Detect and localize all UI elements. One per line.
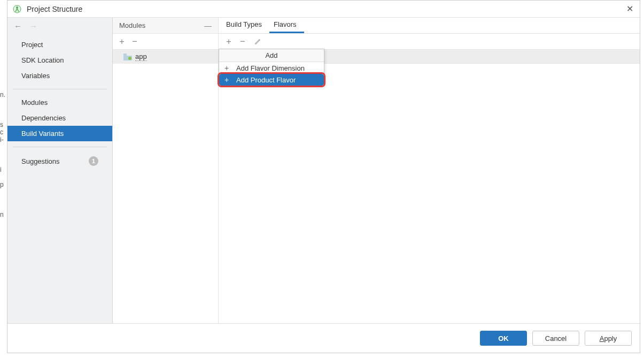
- module-item-app[interactable]: app: [113, 50, 218, 64]
- sidebar-divider: [13, 147, 107, 147]
- sidebar-item-label: Suggestions: [21, 157, 60, 165]
- suggestions-badge: 1: [89, 156, 98, 166]
- add-module-icon[interactable]: +: [119, 37, 125, 46]
- popup-item-label: Add Flavor Dimension: [236, 64, 305, 72]
- popup-title: Add: [219, 49, 324, 62]
- sidebar-item-suggestions[interactable]: Suggestions 1: [7, 153, 112, 170]
- module-label: app: [135, 52, 147, 61]
- edge-char: [0, 196, 6, 211]
- sidebar-divider: [13, 89, 107, 89]
- nav-back-icon[interactable]: ←: [14, 21, 22, 31]
- edge-char: n: [0, 211, 6, 226]
- modules-pane: Modules — + − app: [113, 18, 219, 323]
- svg-point-2: [128, 57, 131, 60]
- sidebar-item-build-variants[interactable]: Build Variants: [7, 126, 112, 141]
- titlebar: Project Structure ✕: [7, 1, 640, 18]
- add-popup: Add + Add Flavor Dimension + Add Product…: [219, 49, 324, 86]
- cancel-button[interactable]: Cancel: [532, 331, 579, 346]
- remove-flavor-icon[interactable]: −: [240, 37, 245, 46]
- sidebar-item-label: SDK Location: [21, 56, 64, 64]
- popup-item-add-flavor-dimension[interactable]: + Add Flavor Dimension: [219, 62, 324, 74]
- tab-label: Build Types: [226, 20, 262, 28]
- sidebar-item-sdk-location[interactable]: SDK Location: [7, 52, 112, 68]
- sidebar-item-variables[interactable]: Variables: [7, 68, 112, 83]
- popup-item-label: Add Product Flavor: [236, 76, 296, 84]
- modules-toolbar: + −: [113, 34, 218, 50]
- tab-build-types[interactable]: Build Types: [222, 18, 269, 33]
- modules-pane-header: Modules —: [113, 18, 218, 34]
- dialog-body: ← → Project SDK Location Variables Modul…: [7, 18, 640, 323]
- modules-title: Modules: [119, 21, 145, 29]
- tab-flavors[interactable]: Flavors: [269, 18, 304, 33]
- nav-forward-icon[interactable]: →: [29, 21, 37, 31]
- popup-item-add-product-flavor[interactable]: + Add Product Flavor: [219, 74, 324, 86]
- sidebar-group-3: Suggestions 1: [7, 149, 112, 173]
- nav-arrows: ← →: [7, 18, 112, 34]
- tab-label: Flavors: [274, 20, 297, 28]
- content-pane: Build Types Flavors + − Add: [219, 18, 640, 323]
- edge-char: n.: [0, 91, 6, 106]
- plus-icon: +: [224, 64, 232, 72]
- sidebar-group-2: Modules Dependencies Build Variants: [7, 92, 112, 144]
- collapse-icon[interactable]: —: [204, 21, 212, 30]
- apply-button[interactable]: Apply: [585, 331, 632, 346]
- remove-module-icon[interactable]: −: [132, 37, 137, 46]
- edge-char: i: [0, 166, 6, 181]
- edge-char: i-: [0, 136, 6, 151]
- edge-char: p: [0, 181, 6, 196]
- sidebar-item-label: Build Variants: [21, 130, 64, 138]
- sidebar-item-label: Variables: [21, 72, 50, 80]
- sidebar: ← → Project SDK Location Variables Modul…: [7, 18, 113, 323]
- close-icon[interactable]: ✕: [625, 4, 634, 14]
- edge-char: sc: [0, 121, 6, 136]
- sidebar-item-dependencies[interactable]: Dependencies: [7, 110, 112, 126]
- plus-icon: +: [224, 75, 232, 84]
- edge-char: [0, 151, 6, 166]
- sidebar-item-label: Modules: [21, 98, 48, 106]
- sidebar-group-1: Project SDK Location Variables: [7, 34, 112, 87]
- project-structure-dialog: Project Structure ✕ ← → Project SDK Loca…: [7, 0, 640, 353]
- tabs: Build Types Flavors: [219, 18, 640, 34]
- window-title: Project Structure: [27, 5, 625, 13]
- sidebar-item-label: Project: [21, 41, 43, 49]
- apply-rest: pply: [604, 334, 617, 342]
- sidebar-item-modules[interactable]: Modules: [7, 95, 112, 110]
- android-studio-icon: [13, 5, 21, 13]
- ok-button[interactable]: OK: [480, 331, 527, 346]
- content-toolbar: + − Add + Add Flavor Dimension: [219, 34, 640, 50]
- edge-char: [0, 106, 6, 121]
- add-flavor-icon[interactable]: +: [226, 37, 231, 46]
- module-folder-icon: [123, 54, 132, 60]
- sidebar-item-label: Dependencies: [21, 114, 66, 122]
- dialog-footer: OK Cancel Apply: [7, 323, 640, 353]
- sidebar-item-project[interactable]: Project: [7, 37, 112, 52]
- edit-flavor-icon[interactable]: [254, 38, 261, 45]
